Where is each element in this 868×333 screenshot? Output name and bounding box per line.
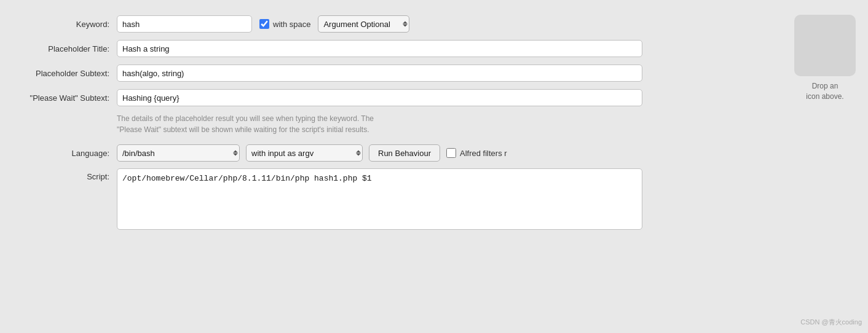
placeholder-title-input[interactable] — [117, 40, 642, 57]
input-mode-select[interactable]: with input as argv with input as {query}… — [246, 144, 363, 162]
icon-drop-area: Drop anicon above. — [782, 10, 868, 333]
with-space-checkbox[interactable] — [259, 19, 269, 29]
hint-text: The details of the placeholder result yo… — [117, 113, 621, 135]
with-space-wrapper: with space — [259, 19, 310, 29]
keyword-label: Keyword: — [0, 20, 117, 29]
placeholder-subtext-row: Placeholder Subtext: — [0, 64, 770, 82]
icon-drop-box[interactable] — [794, 15, 856, 76]
run-behaviour-button[interactable]: Run Behaviour — [369, 144, 440, 162]
keyword-input[interactable] — [117, 15, 252, 33]
placeholder-subtext-label: Placeholder Subtext: — [0, 69, 117, 78]
argument-select[interactable]: Argument Optional Argument Required No A… — [318, 15, 409, 33]
alfred-filters-wrapper: Alfred filters r — [446, 148, 507, 158]
with-space-label: with space — [273, 20, 310, 29]
script-label: Script: — [0, 168, 117, 181]
language-stepper-wrapper[interactable]: /bin/bash /bin/zsh /usr/bin/python3 /usr… — [117, 144, 240, 162]
script-row: Script: /opt/homebrew/Cellar/php/8.1.11/… — [0, 168, 770, 230]
script-textarea[interactable]: /opt/homebrew/Cellar/php/8.1.11/bin/php … — [117, 168, 642, 230]
alfred-filters-label: Alfred filters r — [460, 149, 507, 158]
placeholder-title-label: Placeholder Title: — [0, 44, 117, 53]
keyword-row: Keyword: with space Argument Optional Ar… — [0, 15, 770, 33]
icon-drop-label: Drop anicon above. — [806, 81, 843, 102]
argument-stepper-wrapper[interactable]: Argument Optional Argument Required No A… — [318, 15, 409, 33]
watermark: CSDN @青火coding — [800, 318, 862, 327]
language-row: Language: /bin/bash /bin/zsh /usr/bin/py… — [0, 144, 770, 162]
please-wait-row: "Please Wait" Subtext: — [0, 88, 770, 107]
language-select[interactable]: /bin/bash /bin/zsh /usr/bin/python3 /usr… — [117, 144, 240, 162]
placeholder-subtext-input[interactable] — [117, 65, 642, 82]
placeholder-title-row: Placeholder Title: — [0, 39, 770, 58]
please-wait-label: "Please Wait" Subtext: — [0, 93, 117, 103]
input-mode-stepper-wrapper[interactable]: with input as argv with input as {query}… — [246, 144, 363, 162]
language-label: Language: — [0, 149, 117, 158]
alfred-filters-checkbox[interactable] — [446, 148, 456, 158]
please-wait-input[interactable] — [117, 89, 642, 106]
